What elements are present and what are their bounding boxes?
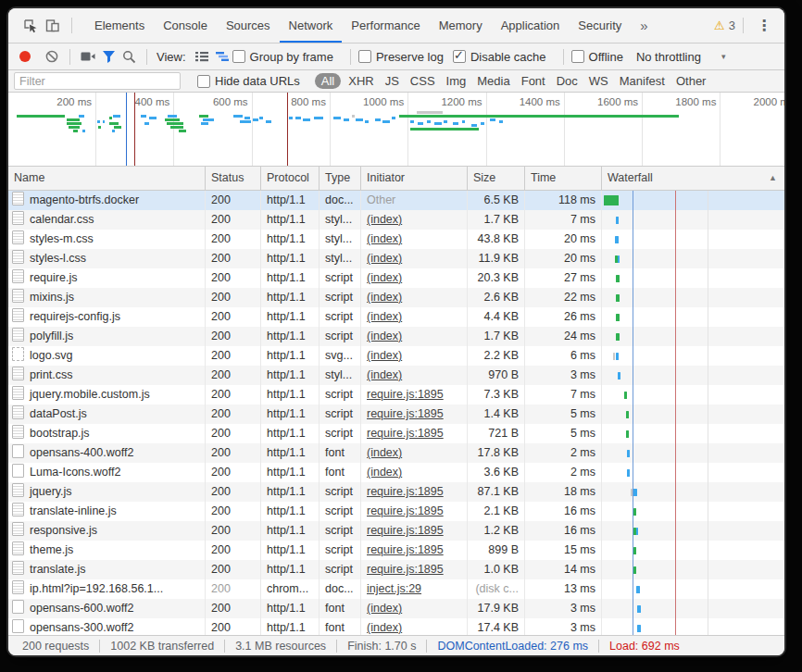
request-row[interactable]: logo.svg200http/1.1svg...(index)2.2 KB6 … [8, 346, 784, 366]
request-row[interactable]: ip.html?ip=192.168.56.1...200chrom...doc… [8, 579, 784, 599]
time-cell: 3 ms [525, 599, 602, 618]
column-header-size[interactable]: Size [468, 167, 525, 190]
request-row[interactable]: magento-btrfs.docker200http/1.1doc...Oth… [8, 191, 784, 210]
request-row[interactable]: translate.js200http/1.1scriptrequire.js:… [8, 560, 784, 579]
throttling-select[interactable]: No throttling ▾ [636, 50, 726, 64]
filter-type-manifest[interactable]: Manifest [614, 73, 670, 89]
filter-type-js[interactable]: JS [380, 73, 405, 89]
request-row[interactable]: jquery.mobile.custom.js200http/1.1script… [8, 385, 784, 404]
size-cell: 1.0 KB [468, 560, 525, 579]
time-cell: 24 ms [525, 327, 602, 346]
tab-elements[interactable]: Elements [85, 8, 154, 43]
initiator-link[interactable]: require.js:1895 [367, 427, 444, 440]
initiator-link[interactable]: (index) [367, 291, 402, 304]
initiator-link[interactable]: (index) [367, 349, 402, 362]
request-row[interactable]: require.js200http/1.1script(index)20.3 K… [8, 268, 784, 288]
use-large-rows-button[interactable] [192, 46, 212, 67]
font-file-icon [12, 444, 24, 458]
capture-screenshots-button[interactable] [78, 46, 98, 67]
tab-console[interactable]: Console [154, 8, 217, 43]
request-row[interactable]: mixins.js200http/1.1script(index)2.6 KB2… [8, 288, 784, 307]
initiator-link[interactable]: require.js:1895 [367, 407, 444, 420]
initiator-cell: require.js:1895 [361, 521, 468, 541]
column-header-time[interactable]: Time [525, 167, 602, 190]
filter-input[interactable] [14, 72, 181, 90]
request-row[interactable]: polyfill.js200http/1.1script(index)1.7 K… [8, 327, 784, 346]
request-row[interactable]: theme.js200http/1.1scriptrequire.js:1895… [8, 541, 784, 560]
tab-security[interactable]: Security [569, 8, 631, 43]
filter-type-css[interactable]: CSS [405, 73, 441, 89]
filter-type-all[interactable]: All [315, 73, 341, 89]
preserve-log-checkbox[interactable]: Preserve log [358, 50, 444, 64]
filter-type-other[interactable]: Other [670, 73, 712, 89]
initiator-link[interactable]: (index) [367, 232, 402, 245]
tab-network[interactable]: Network [280, 8, 343, 43]
initiator-link[interactable]: (index) [367, 621, 402, 634]
initiator-link[interactable]: require.js:1895 [367, 524, 444, 537]
request-row[interactable]: dataPost.js200http/1.1scriptrequire.js:1… [8, 404, 784, 424]
filter-type-font[interactable]: Font [516, 73, 551, 89]
request-row[interactable]: opensans-400.woff2200http/1.1font(index)… [8, 443, 784, 463]
initiator-link[interactable]: (index) [367, 213, 402, 226]
filter-type-media[interactable]: Media [471, 73, 515, 89]
request-row[interactable]: opensans-600.woff2200http/1.1font(index)… [8, 599, 784, 618]
initiator-link[interactable]: (index) [367, 466, 402, 479]
waterfall-cell [602, 230, 784, 249]
column-header-name[interactable]: Name [8, 167, 206, 190]
initiator-link[interactable]: (index) [367, 252, 402, 265]
filter-type-doc[interactable]: Doc [551, 73, 583, 89]
record-button[interactable] [19, 51, 31, 62]
more-tabs-button[interactable]: » [631, 18, 657, 33]
request-row[interactable]: jquery.js200http/1.1scriptrequire.js:189… [8, 482, 784, 502]
initiator-link[interactable]: (index) [367, 446, 402, 459]
column-header-type[interactable]: Type [320, 167, 361, 190]
filter-type-img[interactable]: Img [441, 73, 472, 89]
initiator-link[interactable]: (index) [367, 368, 402, 381]
request-row[interactable]: requirejs-config.js200http/1.1script(ind… [8, 307, 784, 327]
column-header-waterfall[interactable]: Waterfall▲ [602, 167, 784, 190]
tab-performance[interactable]: Performance [342, 8, 429, 43]
initiator-link[interactable]: (index) [367, 330, 402, 342]
filter-type-xhr[interactable]: XHR [343, 73, 379, 89]
request-row[interactable]: bootstrap.js200http/1.1scriptrequire.js:… [8, 424, 784, 443]
tab-sources[interactable]: Sources [217, 8, 280, 43]
hide-data-urls-checkbox[interactable]: Hide data URLs [197, 74, 300, 88]
group-by-frame-checkbox[interactable]: Group by frame [232, 50, 333, 64]
search-button[interactable] [119, 46, 139, 67]
filter-toggle-button[interactable] [98, 46, 119, 67]
initiator-link[interactable]: inject.js:29 [367, 582, 421, 595]
device-toolbar-button[interactable] [42, 15, 64, 37]
column-header-initiator[interactable]: Initiator [361, 167, 468, 190]
initiator-link[interactable]: require.js:1895 [367, 543, 444, 556]
disable-cache-checkbox[interactable]: Disable cache [453, 50, 546, 64]
initiator-link[interactable]: (index) [367, 310, 402, 323]
request-row[interactable]: Luma-Icons.woff2200http/1.1font(index)3.… [8, 463, 784, 482]
request-row[interactable]: translate-inline.js200http/1.1scriptrequ… [8, 502, 784, 521]
request-row[interactable]: calendar.css200http/1.1styl...(index)1.7… [8, 210, 784, 230]
request-row[interactable]: styles-m.css200http/1.1styl...(index)43.… [8, 230, 784, 249]
network-overview-timeline[interactable]: 200 ms400 ms600 ms800 ms1000 ms1200 ms14… [8, 93, 784, 167]
devtools-menu-button[interactable]: ⋮ [751, 17, 777, 34]
filter-type-ws[interactable]: WS [583, 73, 614, 89]
timeline-tick-label: 1400 ms [490, 96, 560, 107]
request-row[interactable]: responsive.js200http/1.1scriptrequire.js… [8, 521, 784, 541]
tab-memory[interactable]: Memory [430, 8, 492, 43]
initiator-link[interactable]: require.js:1895 [367, 388, 444, 401]
status-cell: 200 [206, 541, 261, 560]
initiator-link[interactable]: (index) [367, 271, 402, 284]
initiator-link[interactable]: (index) [367, 602, 402, 615]
offline-checkbox[interactable]: Offline [571, 50, 623, 64]
tab-application[interactable]: Application [492, 8, 570, 43]
request-row[interactable]: styles-l.css200http/1.1styl...(index)11.… [8, 249, 784, 268]
request-row[interactable]: print.css200http/1.1styl...(index)970 B3… [8, 366, 784, 385]
initiator-link[interactable]: require.js:1895 [367, 563, 444, 576]
inspect-element-button[interactable] [19, 15, 42, 37]
request-row[interactable]: opensans-300.woff2200http/1.1font(index)… [8, 618, 784, 635]
initiator-link[interactable]: require.js:1895 [367, 504, 444, 517]
initiator-link[interactable]: require.js:1895 [367, 485, 444, 498]
column-header-status[interactable]: Status [206, 167, 261, 190]
clear-button[interactable] [42, 46, 62, 67]
show-overview-button[interactable] [212, 46, 232, 67]
console-warning-badge[interactable]: ⚠ 3 [714, 19, 735, 32]
column-header-protocol[interactable]: Protocol [261, 167, 320, 190]
